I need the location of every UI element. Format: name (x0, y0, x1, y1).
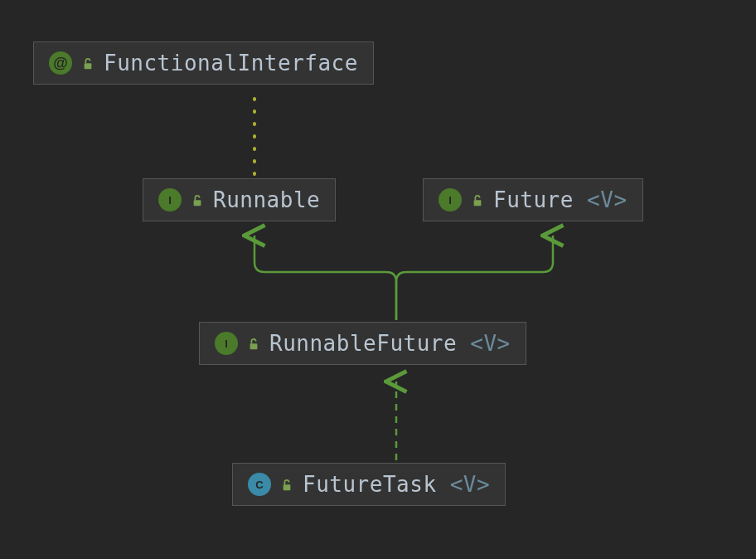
svg-rect-2 (474, 200, 482, 206)
svg-rect-1 (194, 200, 201, 206)
node-functionalinterface[interactable]: @ FunctionalInterface (33, 41, 374, 85)
svg-rect-0 (85, 63, 92, 69)
interface-icon: I (439, 188, 462, 211)
lock-open-icon (82, 58, 94, 70)
svg-rect-4 (284, 484, 291, 490)
lock-open-icon (191, 195, 203, 207)
svg-rect-3 (250, 343, 258, 349)
edge-runnablefuture-to-future (396, 236, 553, 320)
interface-icon: I (215, 332, 238, 355)
lock-open-icon (281, 479, 293, 491)
node-label: RunnableFuture <V> (269, 331, 511, 356)
edge-runnablefuture-to-runnable (254, 236, 396, 320)
node-runnablefuture[interactable]: I RunnableFuture <V> (199, 322, 526, 365)
lock-open-icon (248, 338, 259, 350)
node-label: FunctionalInterface (104, 51, 358, 75)
annotation-icon: @ (49, 51, 72, 75)
node-label: Runnable (213, 187, 320, 212)
class-icon: C (248, 473, 271, 496)
node-runnable[interactable]: I Runnable (143, 178, 336, 221)
interface-icon: I (158, 188, 182, 211)
node-label: Future <V> (493, 187, 628, 212)
node-futuretask[interactable]: C FutureTask <V> (232, 463, 506, 506)
lock-open-icon (472, 195, 483, 207)
node-future[interactable]: I Future <V> (423, 178, 643, 221)
node-label: FutureTask <V> (303, 472, 490, 497)
